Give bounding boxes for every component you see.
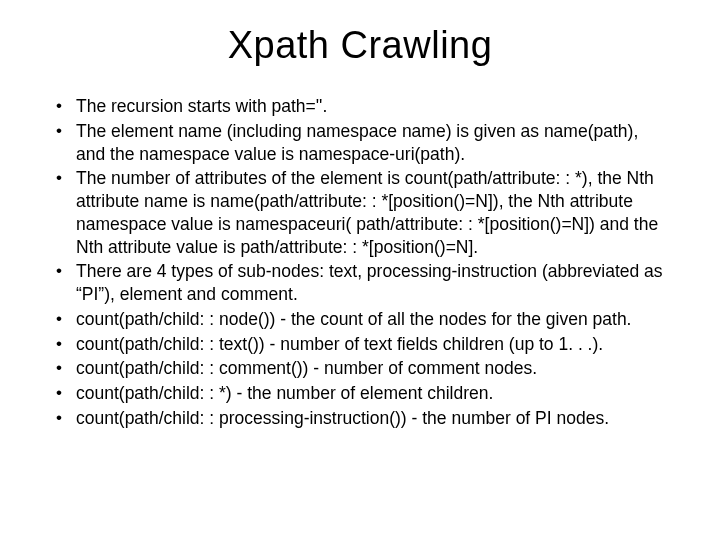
list-item: count(path/child: : comment()) - number … — [48, 357, 672, 380]
slide-title: Xpath Crawling — [48, 24, 672, 67]
bullet-list: The recursion starts with path=''. The e… — [48, 95, 672, 430]
list-item: The element name (including namespace na… — [48, 120, 672, 166]
list-item: The number of attributes of the element … — [48, 167, 672, 258]
list-item: count(path/child: : node()) - the count … — [48, 308, 672, 331]
list-item: The recursion starts with path=''. — [48, 95, 672, 118]
list-item: There are 4 types of sub-nodes: text, pr… — [48, 260, 672, 306]
list-item: count(path/child: : processing-instructi… — [48, 407, 672, 430]
list-item: count(path/child: : text()) - number of … — [48, 333, 672, 356]
list-item: count(path/child: : *) - the number of e… — [48, 382, 672, 405]
slide: Xpath Crawling The recursion starts with… — [0, 0, 720, 540]
